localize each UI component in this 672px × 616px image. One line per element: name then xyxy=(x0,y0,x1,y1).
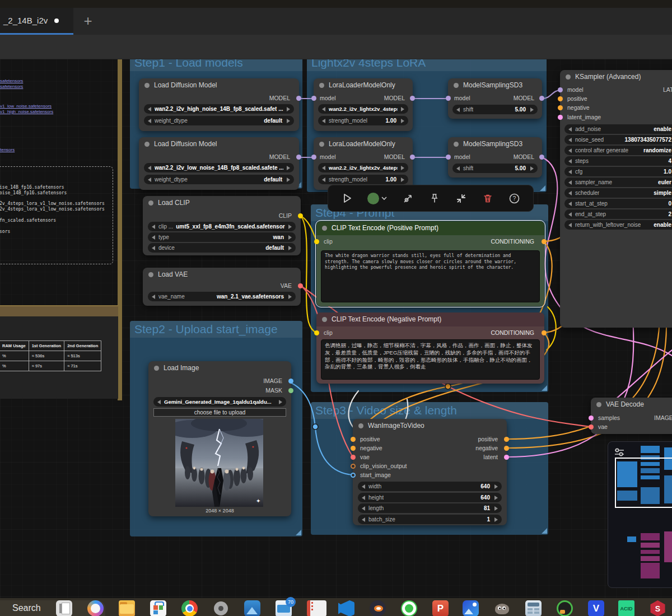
widget-clip-name[interactable]: clip ... umt5_xxl_fp8_e4m3fn_scaled.safe… xyxy=(148,222,296,231)
widget-type[interactable]: type wan xyxy=(148,232,296,242)
arrow-left-icon[interactable] xyxy=(322,107,325,111)
widget-return-with-leftover-noise[interactable]: return_with_leftover_noise enable xyxy=(564,220,672,230)
arrow-right-icon[interactable] xyxy=(287,107,290,111)
arrow-left-icon[interactable] xyxy=(148,166,151,170)
arrow-left-icon[interactable] xyxy=(568,202,572,206)
obs-icon[interactable] xyxy=(557,600,573,616)
photos-app-icon[interactable] xyxy=(244,600,260,616)
arrow-left-icon[interactable] xyxy=(568,148,572,153)
arrow-right-icon[interactable] xyxy=(279,400,282,404)
widget-strength-model[interactable]: strength_model 1.00 xyxy=(318,175,408,184)
arrow-right-icon[interactable] xyxy=(530,166,534,171)
input-dot-model[interactable] xyxy=(311,155,316,160)
arrow-left-icon[interactable] xyxy=(148,107,151,111)
node-color-button[interactable] xyxy=(365,190,390,207)
gallery-icon[interactable] xyxy=(463,600,479,616)
arrow-right-icon[interactable] xyxy=(401,119,404,123)
input-dot-positive[interactable] xyxy=(351,437,356,442)
help-button[interactable]: ? xyxy=(506,190,522,207)
whatsapp-icon[interactable] xyxy=(401,600,417,616)
output-dot-vae[interactable] xyxy=(298,283,303,288)
input-dot-latent-image[interactable] xyxy=(558,115,563,120)
output-dot-model[interactable] xyxy=(410,155,415,160)
input-dot-vae[interactable] xyxy=(351,455,356,460)
widget-shift[interactable]: shift 5.00 xyxy=(452,164,538,173)
widget-weight-dtype[interactable]: weight_dtype default xyxy=(144,116,294,125)
widget-scheduler[interactable]: scheduler simple xyxy=(564,188,672,198)
node-load-vae[interactable]: Load VAE VAE vae_name wan_2.1_vae.safete… xyxy=(143,268,301,306)
node-clip-text-encode-negative[interactable]: CLIP Text Encode (Negative Prompt) clip … xyxy=(316,312,544,384)
model-link[interactable]: safetensors xyxy=(0,78,23,83)
arrow-right-icon[interactable] xyxy=(401,178,404,182)
prompt-textarea[interactable]: The white dragon warrior stands still, e… xyxy=(321,250,540,302)
output-dot-clip[interactable] xyxy=(298,213,303,218)
s-app-icon[interactable]: S xyxy=(650,600,666,616)
node-ksampler-advanced[interactable]: KSampler (Advanced) model positive negat… xyxy=(560,70,672,328)
group-resize-handle[interactable] xyxy=(296,530,301,535)
arrow-left-icon[interactable] xyxy=(456,108,460,112)
widget-add-noise[interactable]: add_noise enable xyxy=(564,124,672,134)
output-dot-conditioning[interactable] xyxy=(542,330,547,335)
model-link[interactable]: v1_high_noise.safetensors xyxy=(0,109,53,114)
arrow-right-icon[interactable] xyxy=(494,484,498,489)
widget-unet-name[interactable]: wan2.2_i2v_high_noise_14B_fp8_scaled.saf… xyxy=(144,104,294,114)
widget-sampler-name[interactable]: sampler_name euler xyxy=(564,178,672,187)
minimap-settings-icon[interactable] xyxy=(614,446,626,459)
vscode-icon[interactable] xyxy=(338,600,354,616)
arrow-left-icon[interactable] xyxy=(568,191,572,195)
widget-steps[interactable]: steps 4 xyxy=(564,156,672,166)
widget-unet-name[interactable]: wan2.2_i2v_low_noise_14B_fp8_scaled.safe… xyxy=(144,163,294,172)
gimp-icon[interactable] xyxy=(494,600,510,616)
chrome-icon[interactable] xyxy=(181,600,198,616)
arrow-left-icon[interactable] xyxy=(568,212,572,217)
movies-app-icon[interactable] xyxy=(307,600,326,616)
mail-icon[interactable]: 70 xyxy=(276,600,292,616)
choose-file-button[interactable]: choose file to upload xyxy=(153,408,286,417)
input-dot-model[interactable] xyxy=(446,96,451,101)
widget-control-after-generate[interactable]: control after generate randomize xyxy=(564,146,672,155)
input-dot-model[interactable] xyxy=(446,155,451,160)
node-load-diffusion-model-1[interactable]: Load Diffusion Model MODEL wan2.2_i2v_hi… xyxy=(139,78,299,131)
arrow-left-icon[interactable] xyxy=(362,484,365,489)
output-dot-conditioning[interactable] xyxy=(542,239,547,244)
arrow-right-icon[interactable] xyxy=(494,496,498,500)
arrow-right-icon[interactable] xyxy=(288,246,292,250)
widget-end-at-step[interactable]: end_at_step 2 xyxy=(564,209,672,219)
delete-node-button[interactable] xyxy=(479,190,496,207)
output-dot-image[interactable] xyxy=(288,379,293,384)
output-dot-latent[interactable] xyxy=(504,455,509,460)
node-model-sampling-2[interactable]: ModelSamplingSD3 model MODEL shift 5.00 xyxy=(448,137,542,178)
node-clip-text-encode-positive[interactable]: CLIP Text Encode (Positive Prompt) clip … xyxy=(316,221,544,306)
arrow-left-icon[interactable] xyxy=(148,119,151,123)
arrow-left-icon[interactable] xyxy=(568,223,572,227)
input-dot-positive[interactable] xyxy=(558,96,563,101)
widget-cfg[interactable]: cfg 1.0 xyxy=(564,167,672,176)
arrow-right-icon[interactable] xyxy=(287,166,290,170)
model-link[interactable]: v1_low_noise.safetensors xyxy=(0,104,52,109)
minimap-panel[interactable] xyxy=(608,441,672,588)
arrow-left-icon[interactable] xyxy=(362,496,365,500)
widget-image-file[interactable]: Gemini_Generated_Image_1qaldu1qaldu... xyxy=(153,397,286,407)
widget-shift[interactable]: shift 5.00 xyxy=(452,105,538,114)
calculator-icon[interactable] xyxy=(525,600,542,616)
input-dot-clip-vision-output[interactable] xyxy=(351,464,356,469)
arrow-left-icon[interactable] xyxy=(568,159,572,164)
widget-length[interactable]: length 81 xyxy=(358,503,502,513)
arrow-left-icon[interactable] xyxy=(322,119,325,123)
minimap-viewport[interactable] xyxy=(615,458,672,508)
widget-width[interactable]: width 640 xyxy=(358,482,502,491)
execute-node-button[interactable] xyxy=(339,190,356,207)
v-app-icon[interactable]: V xyxy=(588,600,604,616)
arrow-left-icon[interactable] xyxy=(152,246,155,250)
pin-node-button[interactable] xyxy=(426,190,443,207)
tab-active[interactable]: _2_14B_i2v xyxy=(0,8,73,35)
copilot-icon[interactable] xyxy=(87,600,104,616)
node-vae-decode[interactable]: VAE Decode samples vae IMAGE xyxy=(591,398,672,434)
arrow-right-icon[interactable] xyxy=(288,295,292,299)
widget-lora-name[interactable]: wan2.2_i2v_lightx2v_4steps_lora_ ... xyxy=(318,104,408,114)
prompt-textarea[interactable]: 色调艳丽，过曝，静态，细节模糊不清，字幕，风格，作品，画作，画面，静止，整体发灰… xyxy=(321,339,540,380)
arrow-left-icon[interactable] xyxy=(362,506,365,511)
output-dot-positive[interactable] xyxy=(504,437,509,442)
input-dot-vae[interactable] xyxy=(589,424,594,430)
widget-height[interactable]: height 640 xyxy=(358,493,502,502)
